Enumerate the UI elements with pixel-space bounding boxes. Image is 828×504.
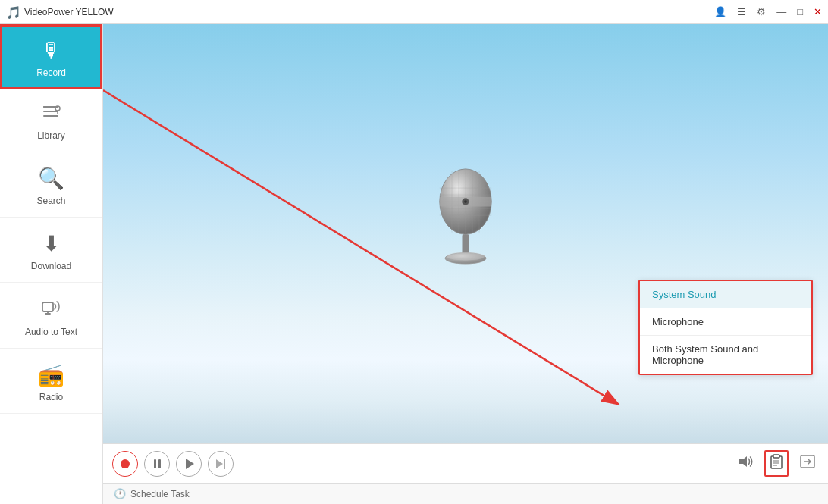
schedule-bar: 🕐 Schedule Task bbox=[103, 483, 828, 504]
schedule-icon: 🕐 bbox=[114, 488, 126, 499]
svg-marker-26 bbox=[739, 456, 747, 467]
clipboard-icon[interactable] bbox=[764, 450, 789, 477]
sidebar-item-download[interactable]: ⬇ Download bbox=[0, 218, 102, 283]
sidebar-item-library[interactable]: Library bbox=[0, 89, 102, 152]
app-title: VideoPower YELLOW bbox=[24, 7, 114, 17]
sidebar-item-radio[interactable]: 📻 Radio bbox=[0, 349, 102, 414]
svg-line-25 bbox=[103, 90, 619, 405]
pause-icon bbox=[154, 459, 161, 468]
sidebar-item-search[interactable]: 🔍 Search bbox=[0, 152, 102, 218]
svg-rect-6 bbox=[42, 302, 53, 311]
volume-icon[interactable] bbox=[734, 452, 757, 475]
dropdown-item-both[interactable]: Both System Sound and Microphone bbox=[640, 336, 811, 374]
record-button[interactable] bbox=[112, 451, 138, 477]
radio-icon: 📻 bbox=[38, 362, 64, 387]
svg-rect-28 bbox=[773, 455, 779, 458]
audio-to-text-icon bbox=[39, 296, 64, 322]
sidebar-label-radio: Radio bbox=[39, 392, 63, 402]
settings-icon[interactable]: ⚙ bbox=[757, 7, 766, 17]
search-icon: 🔍 bbox=[38, 166, 64, 191]
library-icon bbox=[41, 103, 62, 126]
record-dot bbox=[121, 459, 130, 468]
share-icon[interactable] bbox=[796, 451, 819, 476]
dropdown-item-system-sound[interactable]: System Sound bbox=[640, 281, 811, 308]
content-area: System Sound Microphone Both System Soun… bbox=[103, 24, 828, 504]
skip-forward-icon bbox=[216, 459, 225, 469]
play-icon bbox=[186, 459, 194, 469]
play-button[interactable] bbox=[176, 451, 202, 477]
app-icon: 🎵 bbox=[6, 5, 20, 19]
menu-icon[interactable]: ☰ bbox=[737, 7, 746, 17]
sidebar-label-search: Search bbox=[36, 196, 65, 206]
account-icon[interactable]: 👤 bbox=[714, 7, 726, 17]
main-layout: 🎙 Record Library 🔍 Search ⬇ Dow bbox=[0, 24, 828, 504]
dropdown-item-microphone[interactable]: Microphone bbox=[640, 308, 811, 336]
schedule-label[interactable]: Schedule Task bbox=[130, 489, 190, 499]
title-bar-controls: 👤 ☰ ⚙ — □ ✕ bbox=[714, 7, 822, 17]
maximize-button[interactable]: □ bbox=[797, 7, 803, 17]
playback-controls bbox=[112, 451, 234, 477]
sidebar-item-audio-to-text[interactable]: Audio to Text bbox=[0, 283, 102, 349]
sidebar-label-download: Download bbox=[31, 261, 71, 271]
right-controls bbox=[734, 450, 819, 477]
download-icon: ⬇ bbox=[42, 231, 60, 256]
microphone-illustration bbox=[416, 150, 515, 290]
sidebar: 🎙 Record Library 🔍 Search ⬇ Dow bbox=[0, 24, 103, 504]
close-button[interactable]: ✕ bbox=[814, 7, 822, 17]
sidebar-item-record[interactable]: 🎙 Record bbox=[0, 24, 102, 89]
record-icon: 🎙 bbox=[41, 38, 62, 63]
title-bar-left: 🎵 VideoPower YELLOW bbox=[6, 5, 114, 19]
pause-button[interactable] bbox=[144, 451, 170, 477]
sidebar-label-audio-to-text: Audio to Text bbox=[25, 327, 77, 337]
sidebar-label-record: Record bbox=[36, 67, 66, 78]
audio-source-dropdown: System Sound Microphone Both System Soun… bbox=[638, 280, 813, 375]
background-area: System Sound Microphone Both System Soun… bbox=[103, 24, 828, 443]
controls-bar bbox=[103, 443, 828, 483]
svg-point-20 bbox=[464, 200, 467, 203]
minimize-button[interactable]: — bbox=[776, 7, 786, 17]
svg-point-23 bbox=[447, 252, 485, 260]
sidebar-label-library: Library bbox=[37, 130, 65, 141]
title-bar: 🎵 VideoPower YELLOW 👤 ☰ ⚙ — □ ✕ bbox=[0, 0, 828, 24]
skip-forward-button[interactable] bbox=[208, 451, 234, 477]
